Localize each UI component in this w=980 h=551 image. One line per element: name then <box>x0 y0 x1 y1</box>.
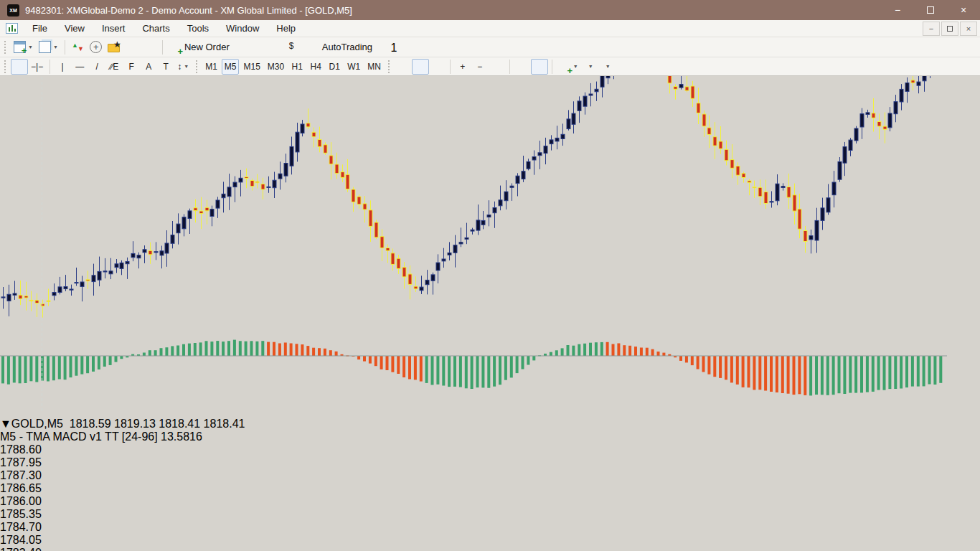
price-axis-label: 1784.70 <box>0 521 980 534</box>
line-chart-button[interactable] <box>429 59 446 75</box>
timeframe-w1-button[interactable]: W1 <box>344 59 363 75</box>
new-order-label: New Order <box>184 42 230 52</box>
search-icon[interactable] <box>375 39 387 52</box>
standard-toolbar: +▼ ▼ + New Order $ AutoTrading 1 <box>0 37 980 57</box>
title-bar: XM 9482301: XMGlobal-Demo 2 - Demo Accou… <box>0 0 980 20</box>
menu-item-tools[interactable]: Tools <box>179 22 217 35</box>
cursor-tool-button[interactable] <box>11 59 28 75</box>
chart-profiles-button[interactable]: ▼ <box>36 39 61 55</box>
trendline-tool-button[interactable]: / <box>88 59 105 75</box>
timeframe-m1-button[interactable]: M1 <box>202 59 220 75</box>
new-chart-button[interactable]: +▼ <box>11 39 36 55</box>
zoom-out-button[interactable]: − <box>471 59 489 75</box>
timeframe-h1-button[interactable]: H1 <box>288 59 306 75</box>
channel-tool-button[interactable]: ∕∕E <box>105 59 123 75</box>
timeframe-m5-button[interactable]: M5 <box>222 59 240 75</box>
auto-scroll-button[interactable] <box>514 59 531 75</box>
menu-item-insert[interactable]: Insert <box>93 22 134 35</box>
templates-button[interactable]: ▼ <box>598 59 616 75</box>
timeframe-m30-button[interactable]: M30 <box>265 59 287 75</box>
data-window-button[interactable] <box>87 39 105 55</box>
periods-button[interactable]: ▼ <box>581 59 598 75</box>
menu-item-file[interactable]: File <box>24 22 56 35</box>
candlestick-chart-button[interactable] <box>412 59 429 75</box>
vps-button[interactable]: $ <box>286 39 304 55</box>
zoom-in-button[interactable]: + <box>454 59 471 75</box>
timeframe-mn-button[interactable]: MN <box>364 59 384 75</box>
strategy-tester-button[interactable] <box>141 39 159 55</box>
trendline-icon: / <box>95 62 98 72</box>
crosshair-tool-button[interactable]: −|− <box>28 59 46 75</box>
label-tool-button[interactable]: T <box>157 59 174 75</box>
arrows-tool-button[interactable]: ↕▼ <box>174 59 192 75</box>
macd-histogram <box>1 340 942 396</box>
maximize-icon <box>927 6 934 14</box>
crosshair-icon: −|− <box>31 62 43 72</box>
vertical-line-tool-button[interactable]: | <box>54 59 71 75</box>
navigator-icon <box>108 44 120 52</box>
window-maximize-button[interactable] <box>914 0 947 20</box>
arrows-icon: ↕ <box>177 62 182 72</box>
chart-close-button[interactable]: × <box>960 22 977 36</box>
chart-minimize-button[interactable]: − <box>923 22 940 36</box>
timeframe-m15-button[interactable]: M15 <box>240 59 263 75</box>
price-axis-label: 1788.60 <box>0 443 980 456</box>
menu-item-window[interactable]: Window <box>217 22 268 35</box>
toolbar-grip[interactable] <box>388 60 392 73</box>
timeframe-d1-button[interactable]: D1 <box>326 59 343 75</box>
studies-toolbar: −|− | — / ∕∕E F A T ↕▼ M1M5M15M30H1H4D1W… <box>0 57 980 76</box>
timeframe-group: M1M5M15M30H1H4D1W1MN <box>202 59 384 75</box>
chart-system-icon[interactable] <box>6 23 18 34</box>
toolbox-button[interactable] <box>123 39 141 55</box>
menu-item-view[interactable]: View <box>56 22 93 35</box>
text-label-icon: T <box>163 62 168 72</box>
window-minimize-button[interactable]: − <box>881 0 914 20</box>
menu-item-help[interactable]: Help <box>268 22 304 35</box>
money-icon: $ <box>289 41 301 53</box>
fibonacci-tool-button[interactable]: F <box>123 59 140 75</box>
market-watch-button[interactable] <box>69 39 87 55</box>
chart-symbol-label[interactable]: ▼GOLD,M5 1818.59 1819.13 1818.41 1818.41 <box>0 418 980 430</box>
indicators-button[interactable]: +▼ <box>556 59 581 75</box>
signals-icon <box>271 41 283 53</box>
price-axis-label: 1786.65 <box>0 482 980 495</box>
bar-chart-button[interactable] <box>395 59 412 75</box>
autotrading-icon <box>307 41 319 53</box>
timeframe-h4-button[interactable]: H4 <box>307 59 324 75</box>
window-close-button[interactable]: × <box>947 0 980 20</box>
indicator-label: M5 - TMA MACD v1 TT [24-96] 13.5816 <box>0 430 980 443</box>
strategy-tester-icon <box>143 41 156 53</box>
chart-restore-button[interactable] <box>941 22 958 36</box>
toolbar-grip[interactable] <box>196 60 199 73</box>
price-axis-label: 1786.00 <box>0 495 980 508</box>
price-axis-label: 1784.05 <box>0 534 980 547</box>
profiles-icon <box>39 41 51 53</box>
new-order-button[interactable]: + New Order <box>166 39 232 55</box>
chart-window: ▼GOLD,M5 1818.59 1819.13 1818.41 1818.41… <box>0 0 980 551</box>
signals-button[interactable] <box>268 39 286 55</box>
tile-windows-button[interactable] <box>489 59 506 75</box>
toolbar-grip[interactable] <box>4 41 8 54</box>
market-hat-icon <box>235 41 248 53</box>
indicators-icon: + <box>559 60 571 72</box>
menu-item-charts[interactable]: Charts <box>133 22 178 35</box>
one-click-trading-arrow-icon[interactable]: ▼ <box>0 418 11 430</box>
community-button[interactable] <box>250 39 268 55</box>
market-button[interactable] <box>232 39 250 55</box>
ohlc-readout: 1818.59 1819.13 1818.41 1818.41 <box>70 418 245 430</box>
chart-shift-button[interactable] <box>531 59 548 75</box>
chat-icon[interactable]: 1 <box>391 42 403 54</box>
menu-bar: FileViewInsertChartsToolsWindowHelp − × <box>0 20 980 37</box>
app-logo-icon: XM <box>7 4 19 17</box>
navigator-button[interactable] <box>105 39 123 55</box>
symbol-name: GOLD,M5 <box>11 418 63 430</box>
new-chart-icon: + <box>14 41 26 53</box>
autotrading-button[interactable]: AutoTrading <box>304 39 375 55</box>
zoom-in-icon: + <box>460 62 465 72</box>
horizontal-line-tool-button[interactable]: — <box>71 59 88 75</box>
toolbar-grip[interactable] <box>4 60 8 73</box>
menu-items: FileViewInsertChartsToolsWindowHelp <box>24 22 304 35</box>
vertical-line-icon: | <box>62 62 64 72</box>
text-tool-button[interactable]: A <box>140 59 157 75</box>
window-title: 9482301: XMGlobal-Demo 2 - Demo Account … <box>25 5 352 16</box>
